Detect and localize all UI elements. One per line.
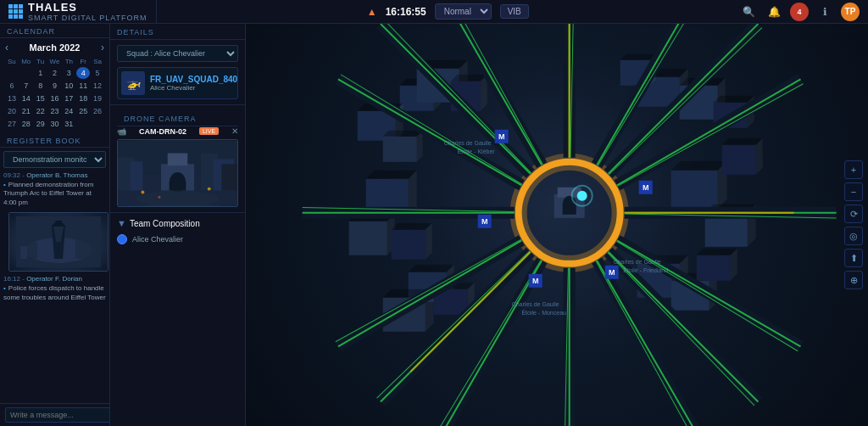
unit-name: FR_UAV_SQUAD_840 bbox=[150, 75, 237, 84]
logo-grid bbox=[8, 4, 23, 19]
cal-day-24[interactable]: 24 bbox=[62, 105, 75, 117]
unit-operator: Alice Chevalier bbox=[150, 84, 237, 92]
search-button[interactable]: 🔍 bbox=[739, 3, 758, 21]
cam-id: CAM-DRN-02 bbox=[139, 127, 186, 136]
map-north[interactable]: ⬆ bbox=[844, 249, 863, 267]
calendar-grid: Su Mo Tu We Th Fr Sa 1 2 3 4 5 6 7 8 9 bbox=[5, 57, 104, 130]
cal-day-2[interactable]: 2 bbox=[48, 67, 62, 79]
cal-day-26[interactable]: 26 bbox=[91, 105, 104, 117]
cal-day-17[interactable]: 17 bbox=[62, 92, 75, 104]
cal-day-27[interactable]: 27 bbox=[5, 118, 19, 130]
cal-day-28[interactable]: 28 bbox=[19, 118, 33, 130]
mode-select[interactable]: Normal Alert bbox=[435, 3, 492, 20]
cal-day-7[interactable]: 7 bbox=[19, 80, 33, 92]
cal-day-21[interactable]: 21 bbox=[19, 105, 33, 117]
sidebar-thumbnail bbox=[8, 212, 108, 272]
prev-month-button[interactable]: ‹ bbox=[5, 42, 8, 53]
reg-text-2: •Police forces dispatch to handle some t… bbox=[3, 284, 106, 302]
reg-operator-1: Operator B. Thomas bbox=[26, 171, 87, 179]
cal-day-18[interactable]: 18 bbox=[76, 92, 90, 104]
svg-rect-20 bbox=[170, 182, 186, 191]
team-toggle-button[interactable]: ▼ bbox=[117, 218, 126, 228]
map-zoom-out[interactable]: − bbox=[844, 182, 863, 201]
next-month-button[interactable]: › bbox=[101, 42, 104, 53]
team-header: ▼ Team Composition bbox=[117, 218, 238, 228]
platform-text: SMART DIGITAL PLATFORM bbox=[28, 14, 147, 22]
chat-input[interactable] bbox=[5, 407, 110, 423]
squad-select[interactable]: Squad : Alice Chevalier bbox=[117, 45, 238, 62]
dow-th: Th bbox=[62, 57, 75, 66]
calendar-header: CALENDAR bbox=[0, 24, 109, 38]
svg-rect-8 bbox=[20, 246, 27, 259]
live-badge: LIVE bbox=[199, 127, 219, 135]
main-layout: CALENDAR ‹ March 2022 › Su Mo Tu We Th F… bbox=[0, 24, 868, 426]
team-title: Team Composition bbox=[130, 219, 200, 228]
cal-day-5[interactable]: 5 bbox=[91, 67, 104, 79]
cam-feed-content bbox=[118, 140, 237, 206]
map-zoom-in[interactable]: + bbox=[844, 160, 863, 179]
cal-day-19[interactable]: 19 bbox=[91, 92, 104, 104]
logo-area: THALES SMART DIGITAL PLATFORM bbox=[0, 0, 157, 23]
register-selector[interactable]: Demonstration monitoring bbox=[3, 151, 106, 168]
topbar-right: 🔍 🔔 4 ℹ TP bbox=[739, 3, 868, 21]
map-locate[interactable]: ◎ bbox=[844, 227, 863, 245]
cal-day-30[interactable]: 30 bbox=[48, 118, 62, 130]
cal-day-15[interactable]: 15 bbox=[34, 92, 47, 104]
cal-day-11[interactable]: 11 bbox=[76, 80, 90, 92]
dow-fr: Fr bbox=[76, 57, 90, 66]
cal-day-12[interactable]: 12 bbox=[91, 80, 104, 92]
map-rotate[interactable]: ⟳ bbox=[844, 205, 863, 223]
cal-day-4[interactable]: 4 bbox=[76, 67, 90, 79]
team-composition-section: ▼ Team Composition Alice Chevalier bbox=[110, 213, 245, 252]
cal-day-3[interactable]: 3 bbox=[62, 67, 75, 79]
register-header: REGISTER BOOK bbox=[0, 133, 109, 148]
calendar-month: March bbox=[30, 42, 57, 53]
cal-day-31[interactable]: 31 bbox=[62, 118, 75, 130]
alert-badge[interactable]: 4 bbox=[790, 3, 809, 21]
reg-operator-2: Operator F. Dorian bbox=[26, 275, 82, 283]
cal-day-empty bbox=[19, 67, 33, 79]
dow-su: Su bbox=[5, 57, 19, 66]
calendar-nav: ‹ March 2022 › bbox=[5, 42, 104, 53]
cal-day-20[interactable]: 20 bbox=[5, 105, 19, 117]
logo-text: THALES bbox=[28, 1, 147, 14]
cal-day-8[interactable]: 8 bbox=[34, 80, 47, 92]
cal-day-1[interactable]: 1 bbox=[34, 67, 47, 79]
drone-camera-header: Drone camera bbox=[117, 110, 238, 126]
map-canvas[interactable] bbox=[246, 24, 868, 426]
map-area[interactable]: SITUATION AWARENESS + − ⟳ ◎ ⬆ ⊕ bbox=[246, 24, 868, 426]
cal-day-10[interactable]: 10 bbox=[62, 80, 75, 92]
details-section: Squad : Alice Chevalier 🚁 FR_UAV_SQUAD_8… bbox=[110, 40, 245, 105]
dow-sa: Sa bbox=[91, 57, 104, 66]
dow-mo: Mo bbox=[19, 57, 33, 66]
info-button[interactable]: ℹ bbox=[815, 3, 834, 21]
map-layers[interactable]: ⊕ bbox=[844, 271, 863, 289]
cal-day-29[interactable]: 29 bbox=[34, 118, 47, 130]
user-avatar[interactable]: TP bbox=[841, 3, 860, 21]
bell-icon[interactable]: 🔔 bbox=[765, 3, 783, 21]
cal-day-16[interactable]: 16 bbox=[48, 92, 62, 104]
cal-day-22[interactable]: 22 bbox=[34, 105, 47, 117]
cal-day-23[interactable]: 23 bbox=[48, 105, 62, 117]
dow-tu: Tu bbox=[34, 57, 47, 66]
svg-rect-18 bbox=[168, 154, 188, 166]
member-name-1: Alice Chevalier bbox=[132, 235, 183, 244]
cal-day-9[interactable]: 9 bbox=[48, 80, 62, 92]
svg-rect-5 bbox=[55, 221, 62, 223]
reg-time-1: 09:32 - Operator B. Thomas bbox=[3, 171, 106, 179]
drone-camera-section: Drone camera 📹 CAM-DRN-02 LIVE ✕ bbox=[110, 105, 245, 213]
svg-rect-16 bbox=[221, 164, 237, 190]
cam-header: 📹 CAM-DRN-02 LIVE ✕ bbox=[117, 126, 238, 136]
cam-close-button[interactable]: ✕ bbox=[231, 126, 238, 136]
cal-day-25[interactable]: 25 bbox=[76, 105, 90, 117]
svg-point-23 bbox=[208, 188, 211, 191]
member-dot bbox=[117, 234, 127, 244]
middle-panel: DETAILS Squad : Alice Chevalier 🚁 FR_UAV… bbox=[110, 24, 246, 426]
dow-we: We bbox=[48, 57, 62, 66]
cal-day-14[interactable]: 14 bbox=[19, 92, 33, 104]
cal-day-6[interactable]: 6 bbox=[5, 80, 19, 92]
cal-day-13[interactable]: 13 bbox=[5, 92, 19, 104]
unit-card[interactable]: 🚁 FR_UAV_SQUAD_840 Alice Chevalier bbox=[117, 67, 238, 99]
sidebar: CALENDAR ‹ March 2022 › Su Mo Tu We Th F… bbox=[0, 24, 110, 426]
vib-badge: VIB bbox=[500, 4, 529, 19]
